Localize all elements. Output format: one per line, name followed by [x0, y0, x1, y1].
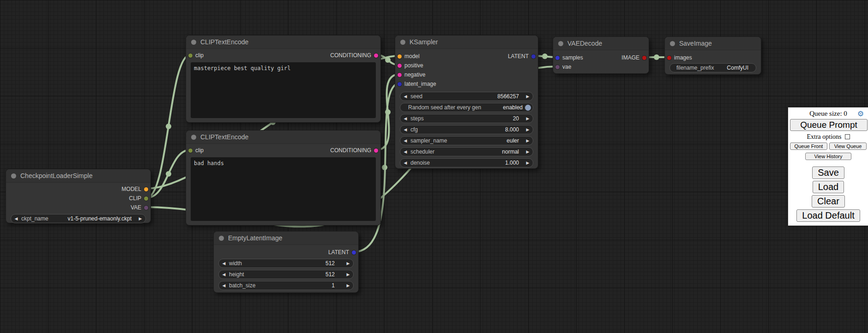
widget-steps[interactable]: ◀ steps 20 ▶ [400, 114, 533, 123]
widget-width[interactable]: ◀ width 512 ▶ [218, 259, 354, 268]
input-port-negative[interactable]: negative [395, 71, 425, 78]
node-ksampler[interactable]: KSampler LATENT model positive negative … [395, 35, 538, 169]
collapse-dot-icon[interactable] [191, 40, 196, 45]
node-title-bar[interactable]: VAEDecode [553, 37, 649, 50]
decrement-arrow-icon[interactable]: ◀ [219, 272, 229, 277]
decrement-arrow-icon[interactable]: ◀ [400, 138, 410, 143]
decrement-arrow-icon[interactable]: ◀ [400, 149, 410, 154]
model-port-dot[interactable] [144, 187, 148, 191]
widget-height[interactable]: ◀ height 512 ▶ [218, 270, 354, 279]
node-title-bar[interactable]: CLIPTextEncode [186, 36, 380, 49]
input-port-latent-image[interactable]: latent_image [395, 81, 436, 87]
view-queue-button[interactable]: View Queue [829, 143, 867, 150]
settings-gear-icon[interactable]: ⚙ [857, 109, 864, 118]
load-default-button[interactable]: Load Default [796, 209, 860, 222]
image-port-dot[interactable] [642, 56, 646, 60]
collapse-dot-icon[interactable] [558, 41, 563, 46]
increment-arrow-icon[interactable]: ▶ [523, 127, 533, 132]
collapse-dot-icon[interactable] [400, 40, 405, 45]
vae-port-dot[interactable] [144, 206, 148, 210]
node-title-bar[interactable]: SaveImage [665, 37, 761, 50]
input-port-clip[interactable]: clip [186, 52, 204, 59]
conditioning-port-dot[interactable] [374, 149, 378, 153]
output-port-latent[interactable]: LATENT [328, 249, 358, 256]
node-title-bar[interactable]: KSampler [395, 36, 538, 49]
widget-filename-prefix[interactable]: filename_prefix ComfyUI [669, 63, 756, 72]
view-history-button[interactable]: View History [805, 153, 851, 160]
negative-prompt-textarea[interactable]: bad hands [191, 157, 376, 221]
clip-port-dot[interactable] [188, 54, 193, 58]
conditioning-port-dot[interactable] [398, 73, 402, 77]
node-clip-text-encode-positive[interactable]: CLIPTextEncode clip CONDITIONING masterp… [186, 35, 381, 123]
widget-seed[interactable]: ◀ seed 8566257 ▶ [400, 92, 533, 101]
input-port-vae[interactable]: vae [553, 64, 571, 70]
positive-prompt-textarea[interactable]: masterpiece best quality girl [191, 62, 376, 118]
widget-scheduler[interactable]: ◀ scheduler normal ▶ [400, 147, 533, 156]
output-port-conditioning[interactable]: CONDITIONING [330, 52, 380, 59]
clear-button[interactable]: Clear [812, 195, 845, 208]
clip-port-dot[interactable] [144, 196, 148, 201]
conditioning-port-dot[interactable] [398, 64, 402, 68]
output-port-vae[interactable]: VAE [131, 204, 151, 211]
clip-port-dot[interactable] [188, 149, 193, 153]
input-port-images[interactable]: images [665, 54, 692, 61]
decrement-arrow-icon[interactable]: ◀ [400, 127, 410, 132]
increment-arrow-icon[interactable]: ▶ [343, 272, 353, 277]
input-port-model[interactable]: model [395, 53, 420, 59]
decrement-arrow-icon[interactable]: ◀ [219, 283, 229, 288]
output-port-latent[interactable]: LATENT [508, 53, 538, 59]
increment-arrow-icon[interactable]: ▶ [135, 216, 145, 221]
widget-cfg[interactable]: ◀ cfg 8.000 ▶ [400, 125, 533, 134]
widget-denoise[interactable]: ◀ denoise 1.000 ▶ [400, 158, 533, 167]
increment-arrow-icon[interactable]: ▶ [523, 149, 533, 154]
toggle-knob[interactable] [525, 105, 531, 111]
queue-prompt-button[interactable]: Queue Prompt [790, 119, 868, 131]
latent-port-dot[interactable] [398, 82, 402, 86]
vae-port-dot[interactable] [555, 65, 560, 69]
node-title-bar[interactable]: CheckpointLoaderSimple [6, 169, 151, 183]
increment-arrow-icon[interactable]: ▶ [343, 261, 353, 266]
conditioning-port-dot[interactable] [374, 54, 378, 58]
collapse-dot-icon[interactable] [219, 236, 224, 241]
decrement-arrow-icon[interactable]: ◀ [400, 94, 410, 99]
extra-options-checkbox[interactable] [845, 134, 850, 139]
decrement-arrow-icon[interactable]: ◀ [400, 116, 410, 121]
decrement-arrow-icon[interactable]: ◀ [400, 161, 410, 165]
input-port-clip[interactable]: clip [186, 147, 204, 154]
output-port-model[interactable]: MODEL [121, 186, 151, 192]
widget-batch-size[interactable]: ◀ batch_size 1 ▶ [218, 281, 354, 290]
collapse-dot-icon[interactable] [670, 41, 675, 46]
model-port-dot[interactable] [398, 54, 402, 59]
node-graph-canvas[interactable]: CheckpointLoaderSimple MODEL CLIP VAE ◀ … [0, 0, 868, 333]
output-port-image[interactable]: IMAGE [621, 54, 649, 61]
widget-random-seed-toggle[interactable]: Random seed after every gen enabled [400, 103, 533, 112]
input-port-positive[interactable]: positive [395, 62, 423, 69]
increment-arrow-icon[interactable]: ▶ [523, 161, 533, 165]
image-port-dot[interactable] [667, 56, 671, 60]
increment-arrow-icon[interactable]: ▶ [343, 283, 353, 288]
node-clip-text-encode-negative[interactable]: CLIPTextEncode clip CONDITIONING bad han… [186, 130, 381, 226]
output-port-clip[interactable]: CLIP [129, 195, 151, 202]
decrement-arrow-icon[interactable]: ◀ [219, 261, 229, 266]
output-port-conditioning[interactable]: CONDITIONING [330, 147, 380, 154]
widget-sampler-name[interactable]: ◀ sampler_name euler ▶ [400, 136, 533, 145]
queue-front-button[interactable]: Queue Front [790, 143, 827, 150]
input-port-samples[interactable]: samples [553, 54, 583, 61]
node-checkpoint-loader[interactable]: CheckpointLoaderSimple MODEL CLIP VAE ◀ … [6, 169, 151, 223]
increment-arrow-icon[interactable]: ▶ [523, 94, 533, 99]
node-title-bar[interactable]: EmptyLatentImage [214, 232, 358, 245]
decrement-arrow-icon[interactable]: ◀ [11, 216, 21, 221]
save-button[interactable]: Save [812, 166, 844, 179]
collapse-dot-icon[interactable] [191, 135, 196, 140]
widget-ckpt-name[interactable]: ◀ ckpt_name v1-5-pruned-emaonly.ckpt ▶ [11, 214, 146, 223]
latent-port-dot[interactable] [555, 56, 560, 60]
latent-port-dot[interactable] [531, 54, 536, 59]
increment-arrow-icon[interactable]: ▶ [523, 138, 533, 143]
collapse-dot-icon[interactable] [11, 173, 16, 178]
increment-arrow-icon[interactable]: ▶ [523, 116, 533, 121]
node-vae-decode[interactable]: VAEDecode samples IMAGE vae [553, 36, 649, 74]
latent-port-dot[interactable] [352, 250, 356, 255]
node-save-image[interactable]: SaveImage images filename_prefix ComfyUI [664, 36, 761, 75]
load-button[interactable]: Load [813, 181, 844, 193]
node-empty-latent-image[interactable]: EmptyLatentImage LATENT ◀ width 512 ▶ ◀ … [213, 231, 359, 293]
